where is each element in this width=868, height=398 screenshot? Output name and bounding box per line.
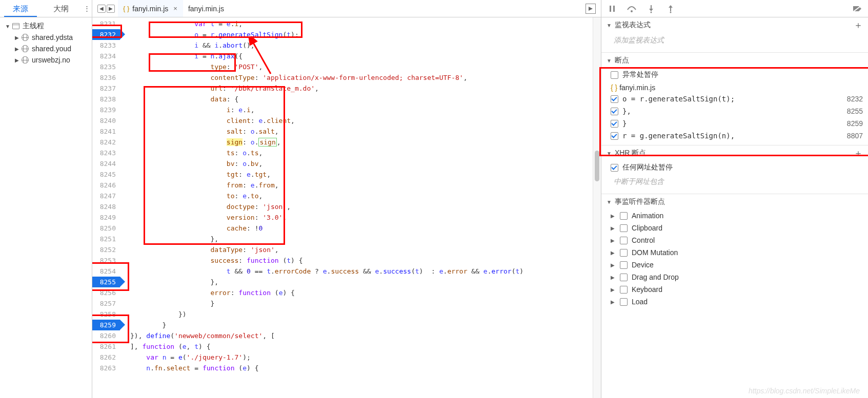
breakpoints-header[interactable]: ▼ 断点 [601,53,868,68]
event-category-row[interactable]: ▶Load [601,296,868,308]
code-line[interactable]: version: '3.0', [130,212,601,223]
nav-back-icon[interactable]: ◀ [97,5,106,13]
code-line[interactable]: } [130,298,601,309]
line-number[interactable]: 8250 [92,223,120,234]
code-line[interactable]: bv: o.bv, [130,158,601,169]
line-number[interactable]: 8247 [92,191,120,201]
event-listener-header[interactable]: ▼ 事监听件器断点 [601,194,868,210]
line-number[interactable]: 8234 [92,51,120,61]
add-watch-icon[interactable]: ＋ [854,20,863,30]
run-snippet-icon[interactable] [586,4,596,14]
code-line[interactable]: }, [130,277,601,287]
checkbox-icon[interactable] [620,261,628,269]
line-number[interactable]: 8248 [92,201,120,212]
line-number[interactable]: 8238 [92,94,120,104]
code-line[interactable]: i && i.abort(), [130,40,601,51]
code-line[interactable]: ], function (e, t) { [130,341,601,352]
breakpoint-row[interactable]: },8255 [601,105,868,117]
tree-root-main-thread[interactable]: ▼ 主线程 [2,20,90,32]
line-number[interactable]: 8252 [92,244,120,255]
more-tabs-icon[interactable]: ⋮ [82,0,92,17]
pause-on-exceptions-row[interactable]: 异常处暂停 [601,68,868,81]
line-number[interactable]: 8259 [92,320,120,330]
code-line[interactable]: i: e.i, [130,104,601,115]
checkbox-icon[interactable] [611,132,618,140]
editor-tab-inactive[interactable]: fanyi.min.js [183,0,230,17]
event-category-row[interactable]: ▶Keyboard [601,283,868,296]
code-line[interactable]: o = r.generateSaltSign(t); [130,29,601,40]
code-line[interactable]: salt: o.salt, [130,126,601,137]
deactivate-breakpoints-icon[interactable] [852,3,863,14]
event-category-row[interactable]: ▶Control [601,234,868,246]
line-number[interactable]: 8246 [92,180,120,191]
code-line[interactable]: doctype: 'json', [130,201,601,212]
line-number[interactable]: 8231 [92,18,120,29]
checkbox-icon[interactable] [611,108,618,115]
watch-header[interactable]: ▼ 监视表达式 ＋ [601,17,868,33]
checkbox-icon[interactable] [620,249,628,257]
code-line[interactable]: error: function (e) { [130,287,601,298]
checkbox-icon[interactable] [620,224,628,232]
code-line[interactable]: from: e.from, [130,180,601,191]
watch-placeholder[interactable]: 添加监视表达式 [601,33,868,49]
line-number[interactable]: 8233 [92,40,120,51]
line-number[interactable]: 8242 [92,137,120,148]
xhr-any-url-row[interactable]: 任何网址处暂停 [601,161,868,174]
checkbox-icon[interactable] [620,212,628,220]
event-category-row[interactable]: ▶DOM Mutation [601,246,868,259]
code-line[interactable]: t && 0 == t.errorCode ? e.success && e.s… [130,266,601,277]
checkbox-icon[interactable] [611,164,618,172]
code-line[interactable]: }), define('newweb/common/select', [ [130,330,601,341]
checkbox-icon[interactable] [611,95,618,103]
line-number[interactable]: 8253 [92,255,120,266]
code-line[interactable]: tgt: e.tgt, [130,169,601,180]
tab-outline[interactable]: 大纲 [41,0,82,17]
checkbox-icon[interactable] [620,237,628,244]
code-editor[interactable]: 8231823282338234823582368237823882398240… [92,17,601,398]
tree-item-2[interactable]: ▶ urswebzj.no [2,54,90,66]
event-category-row[interactable]: ▶Clipboard [601,222,868,234]
code-line[interactable]: type: 'POST', [130,61,601,72]
step-into-icon[interactable] [645,3,657,14]
code-line[interactable]: success: function (t) { [130,255,601,266]
code-line[interactable]: cache: !0 [130,223,601,234]
add-xhr-icon[interactable]: ＋ [854,149,863,158]
vertical-scrollbar[interactable] [593,17,601,398]
code-line[interactable]: } [130,320,601,330]
line-number[interactable]: 8255 [92,277,120,287]
scrollbar-thumb[interactable] [595,151,599,181]
line-number[interactable]: 8235 [92,61,120,72]
nav-forward-icon[interactable]: ▶ [107,5,115,13]
tree-item-1[interactable]: ▶ shared.youd [2,43,90,54]
code-line[interactable]: i = n.ajax({ [130,51,601,61]
code-line[interactable]: dataType: 'json', [130,244,601,255]
line-number[interactable]: 8257 [92,298,120,309]
tab-sources[interactable]: 来源 [0,0,41,17]
code-line[interactable]: ts: o.ts, [130,148,601,158]
line-number[interactable]: 8232 [92,29,120,40]
line-number[interactable]: 8256 [92,287,120,298]
editor-tab-active[interactable]: { } fanyi.min.js × [118,0,183,17]
event-category-row[interactable]: ▶Device [601,259,868,271]
checkbox-icon[interactable] [611,120,618,128]
checkbox-icon[interactable] [620,286,628,294]
code-line[interactable]: }, [130,234,601,244]
breakpoint-row[interactable]: }8259 [601,117,868,130]
breakpoint-row[interactable]: o = r.generateSaltSign(t);8232 [601,93,868,105]
event-category-row[interactable]: ▶Drag and Drop [601,271,868,283]
line-number[interactable]: 8258 [92,309,120,320]
line-number[interactable]: 8236 [92,72,120,83]
line-number[interactable]: 8251 [92,234,120,244]
code-line[interactable]: contentType: 'application/x-www-form-url… [130,72,601,83]
line-number-gutter[interactable]: 8231823282338234823582368237823882398240… [92,17,120,398]
code-line[interactable]: var n = e('./jquery-1.7'); [130,352,601,363]
code-line[interactable]: n.fn.select = function (e) { [130,363,601,373]
line-number[interactable]: 8237 [92,83,120,94]
code-line[interactable]: to: e.to, [130,191,601,201]
tree-item-0[interactable]: ▶ shared.ydsta [2,32,90,43]
line-number[interactable]: 8262 [92,352,120,363]
step-out-icon[interactable] [665,3,676,14]
pause-icon[interactable] [607,3,618,14]
line-number[interactable]: 8254 [92,266,120,277]
line-number[interactable]: 8239 [92,104,120,115]
